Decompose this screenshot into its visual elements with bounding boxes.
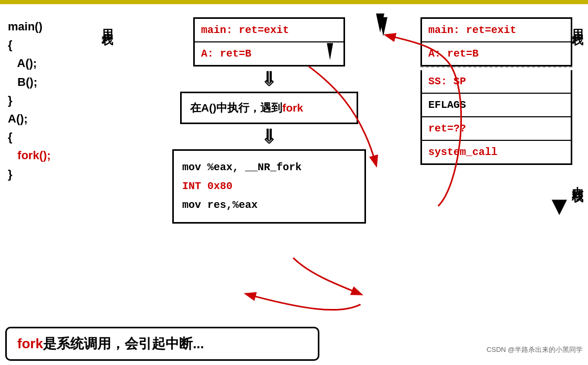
right-arrow-kernel: ▼ — [547, 193, 573, 219]
right-main-text: main: ret=exit — [428, 24, 516, 36]
kernel-eflags-text: EFLAGS — [428, 99, 466, 111]
desc-text: 在A()中执行，遇到fork — [190, 102, 303, 114]
stack-main-text: main: ret=exit — [201, 24, 289, 36]
user-stack-right: main: ret=exit A: ret=B — [420, 17, 572, 67]
stack-label-right-kernel: 内核栈 — [570, 177, 585, 183]
arrow-down-1: ⇓ — [261, 70, 277, 89]
asm-box: mov %eax, __NR_fork INT 0x80 mov res,%ea… — [172, 149, 366, 224]
right-section: 用户栈 内核栈 ▼ ▼ main: ret=exit A: ret=B SS: … — [420, 9, 588, 360]
bottom-note-text: fork是系统调用，会引起中断... — [17, 335, 204, 353]
code-line-2: { — [8, 36, 92, 54]
code-line-fork: fork(); — [8, 146, 92, 164]
right-a-text: A: ret=B — [428, 48, 479, 60]
fork-text: fork — [17, 336, 43, 351]
asm-line-1: mov %eax, __NR_fork — [182, 158, 356, 177]
right-stack-row-a: A: ret=B — [422, 42, 571, 65]
code-line-3: A(); — [8, 54, 92, 72]
asm-line-3: mov res,%eax — [182, 196, 356, 215]
code-line-4: B(); — [8, 73, 92, 91]
left-code-panel: main() { A(); B(); } A(); { fork(); } — [0, 9, 97, 360]
asm-line-2: INT 0x80 — [182, 177, 356, 196]
kernel-row-ss: SS: SP — [422, 70, 571, 94]
code-line-1: main() — [8, 17, 92, 36]
code-line-5: } — [8, 91, 92, 109]
code-line-7: { — [8, 128, 92, 146]
middle-section: 用户栈 main: ret=exit A: ret=B ⇓ 在A()中执行，遇到… — [97, 9, 420, 360]
kernel-syscall-text: system_call — [428, 146, 497, 158]
kernel-ss-text: SS: SP — [428, 75, 466, 87]
stack-row-main: main: ret=exit — [195, 19, 343, 42]
bottom-note: fork是系统调用，会引起中断... — [5, 327, 319, 361]
code-line-9: } — [8, 165, 92, 183]
kernel-ret-text: ret=?? — [428, 123, 466, 135]
kernel-row-ret: ret=?? — [422, 117, 571, 141]
user-stack-left: main: ret=exit A: ret=B — [193, 17, 345, 67]
kernel-stack-right: SS: SP EFLAGS ret=?? system_call — [420, 70, 572, 165]
stack-label-left: 用户栈 — [99, 20, 115, 26]
stack-row-a: A: ret=B — [195, 42, 343, 65]
main-content: main() { A(); B(); } A(); { fork(); } 用户… — [0, 4, 588, 365]
stack-divider — [420, 67, 572, 68]
right-stack-row-main: main: ret=exit — [422, 19, 571, 42]
top-bar — [0, 0, 588, 4]
desc-box: 在A()中执行，遇到fork — [180, 92, 358, 124]
kernel-row-eflags: EFLAGS — [422, 94, 571, 117]
kernel-row-syscall: system_call — [422, 141, 571, 163]
code-line-6: A(); — [8, 109, 92, 128]
watermark: CSDN @半路杀出来的小黑同学 — [486, 345, 583, 355]
stack-a-text: A: ret=B — [201, 48, 251, 60]
right-stacks: main: ret=exit A: ret=B SS: SP EFLAGS re… — [420, 15, 572, 165]
arrow-down-2: ⇓ — [261, 127, 277, 146]
